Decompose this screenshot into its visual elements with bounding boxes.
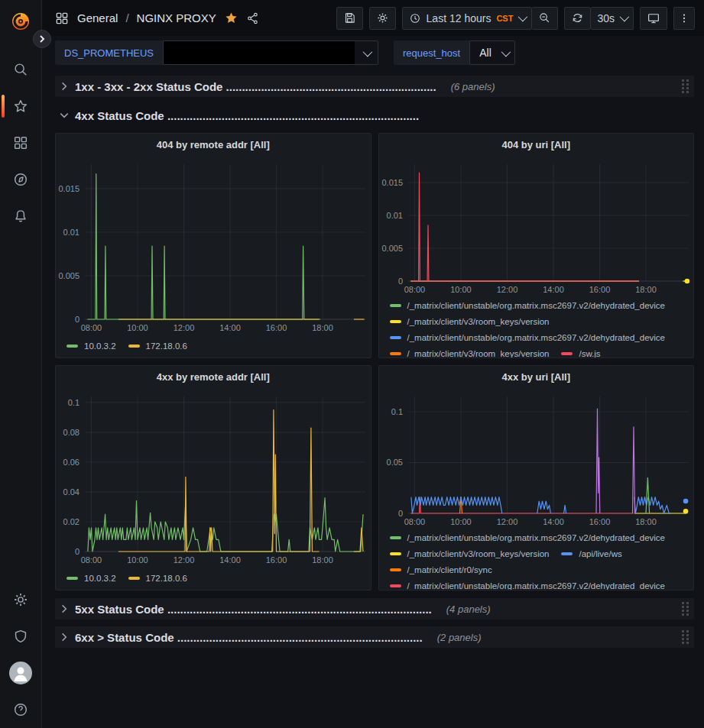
favorite-star-icon[interactable] xyxy=(224,11,238,25)
svg-text:0.015: 0.015 xyxy=(381,178,403,187)
cycle-view-mode-button[interactable] xyxy=(640,7,667,30)
legend-swatch xyxy=(67,345,78,348)
time-range-picker[interactable]: Last 12 hours CST xyxy=(402,7,533,30)
legend-item[interactable]: 172.18.0.6 xyxy=(128,571,187,587)
zoom-out-button[interactable] xyxy=(532,7,558,30)
chevron-right-icon xyxy=(59,632,70,642)
sidebar-expand-button[interactable] xyxy=(33,30,51,48)
zoom-out-icon xyxy=(538,11,551,24)
sidebar-item-profile[interactable] xyxy=(0,655,42,691)
dashboards-grid-icon xyxy=(12,134,29,151)
variable-datasource: DS_PROMETHEUS xyxy=(55,40,378,65)
svg-text:0.015: 0.015 xyxy=(58,184,79,193)
row-header-1xx-3xx-2xx[interactable]: 1xx - 3xx - 2xx Status Code ............… xyxy=(55,76,694,97)
request-host-value: All xyxy=(470,47,496,59)
avatar xyxy=(9,662,32,684)
row-title: 6xx > Status Code ......................… xyxy=(75,631,423,644)
grafana-app: General / NGINX PROXY xyxy=(0,0,704,728)
legend-item[interactable]: /sw.js xyxy=(561,345,600,358)
legend-item[interactable]: /_matrix/client/unstable/org.matrix.msc2… xyxy=(390,297,666,313)
datasource-value-dropdown[interactable] xyxy=(163,40,378,65)
sidebar-item-explore[interactable] xyxy=(0,161,42,198)
save-icon xyxy=(343,11,356,24)
sidebar-item-alerting[interactable] xyxy=(0,198,42,235)
legend-item[interactable]: /_matrix/client/v3/room_keys/version xyxy=(390,345,550,358)
svg-text:08:00: 08:00 xyxy=(81,555,102,565)
chevron-down-icon xyxy=(501,47,511,57)
grafana-logo-icon xyxy=(9,9,32,32)
legend-item[interactable]: /_matrix/client/v3/room_keys/version xyxy=(390,545,550,561)
refresh-button[interactable] xyxy=(564,7,591,30)
topbar: General / NGINX PROXY xyxy=(42,0,704,36)
svg-text:18:00: 18:00 xyxy=(635,285,657,294)
svg-text:08:00: 08:00 xyxy=(404,285,425,294)
save-dashboard-button[interactable] xyxy=(336,7,363,30)
panel-4xx-by-remote-addr: 4xx by remote addr [All] 00.020.040.060.… xyxy=(55,365,371,590)
time-range-label: Last 12 hours xyxy=(427,12,492,24)
legend-swatch xyxy=(561,352,573,355)
kebab-menu-icon xyxy=(678,12,690,24)
row-title: 1xx - 3xx - 2xx Status Code ............… xyxy=(75,80,436,93)
row-header-5xx[interactable]: 5xx Status Code ........................… xyxy=(55,598,694,620)
share-icon[interactable] xyxy=(246,11,260,25)
panel-legend: 10.0.3.2172.18.0.6 xyxy=(56,567,371,590)
request-host-label: request_host xyxy=(394,40,469,65)
legend-item[interactable]: /_matrix/client/r0/sync xyxy=(390,561,492,578)
timeseries-chart[interactable]: 00.0050.010.01508:0010:0012:0014:0016:00… xyxy=(56,155,371,335)
legend-swatch xyxy=(390,552,401,555)
dashboard-settings-button[interactable] xyxy=(369,7,396,30)
row-header-4xx[interactable]: 4xx Status Code ........................… xyxy=(55,105,694,126)
panel-legend: /_matrix/client/unstable/org.matrix.msc2… xyxy=(379,296,694,358)
svg-text:0.08: 0.08 xyxy=(63,428,79,437)
breadcrumb-page-title[interactable]: NGINX PROXY xyxy=(137,11,216,24)
legend-item[interactable]: /_matrix/client/unstable/org.matrix.msc2… xyxy=(390,329,666,345)
row-drag-handle[interactable] xyxy=(681,601,689,616)
timeseries-chart[interactable]: 00.020.040.060.080.108:0010:0012:0014:00… xyxy=(56,387,371,567)
datasource-value-redacted xyxy=(164,41,355,64)
timeseries-chart[interactable]: 00.0050.010.01508:0010:0012:0014:0016:00… xyxy=(379,155,694,296)
compass-icon xyxy=(12,171,29,188)
legend-item[interactable]: 10.0.3.2 xyxy=(67,571,116,587)
time-controls: Last 12 hours CST xyxy=(402,7,559,30)
request-host-value-dropdown[interactable]: All xyxy=(469,40,515,65)
bell-icon xyxy=(12,208,29,225)
panel-title[interactable]: 4xx by remote addr [All] xyxy=(56,366,371,387)
refresh-interval-dropdown[interactable]: 30s xyxy=(591,7,634,30)
panel-title[interactable]: 404 by uri [All] xyxy=(379,134,694,155)
sidebar-item-favorites[interactable] xyxy=(0,88,42,125)
sidebar-item-search[interactable] xyxy=(0,51,42,88)
legend-item[interactable]: 172.18.0.6 xyxy=(128,338,187,354)
legend-item[interactable]: /api/live/ws xyxy=(561,545,621,561)
breadcrumb-separator: / xyxy=(125,11,128,24)
row-drag-handle[interactable] xyxy=(681,629,689,645)
chevron-down-icon xyxy=(59,110,70,121)
sidebar-item-configuration[interactable] xyxy=(0,581,42,618)
legend-item[interactable]: /_matrix/client/v3/room_keys/version xyxy=(390,313,550,329)
row-title: 5xx Status Code ........................… xyxy=(75,603,432,616)
apps-grid-icon[interactable] xyxy=(54,11,70,26)
svg-text:0.1: 0.1 xyxy=(391,407,402,416)
drag-dots-icon xyxy=(681,629,689,645)
monitor-icon xyxy=(647,11,660,25)
breadcrumb-section[interactable]: General xyxy=(77,11,118,24)
legend-label: /_matrix/client/unstable/org.matrix.msc2… xyxy=(407,301,666,310)
sidebar-item-server-admin[interactable] xyxy=(0,618,42,655)
panel-title[interactable]: 4xx by uri [All] xyxy=(379,366,694,387)
timeseries-chart[interactable]: 00.050.108:0010:0012:0014:0016:0018:00 xyxy=(379,387,694,529)
sidebar xyxy=(0,0,42,728)
more-options-button[interactable] xyxy=(673,7,695,30)
panel-title[interactable]: 404 by remote addr [All] xyxy=(56,134,371,155)
legend-item[interactable]: 10.0.3.2 xyxy=(67,338,116,354)
row-drag-handle[interactable] xyxy=(681,79,689,94)
legend-item[interactable]: /_matrix/client/unstable/org.matrix.msc2… xyxy=(390,529,666,545)
legend-swatch xyxy=(128,577,140,580)
svg-text:18:00: 18:00 xyxy=(312,323,333,332)
sidebar-item-help[interactable] xyxy=(0,691,42,728)
sidebar-item-dashboards[interactable] xyxy=(0,125,42,161)
chevron-right-icon xyxy=(59,81,70,92)
legend-item[interactable]: /_matrix/client/unstable/org.matrix.msc2… xyxy=(390,578,666,590)
row-header-6xx[interactable]: 6xx > Status Code ......................… xyxy=(55,626,694,648)
svg-text:12:00: 12:00 xyxy=(496,285,517,294)
chevron-right-icon xyxy=(59,603,70,614)
svg-text:08:00: 08:00 xyxy=(404,517,425,526)
